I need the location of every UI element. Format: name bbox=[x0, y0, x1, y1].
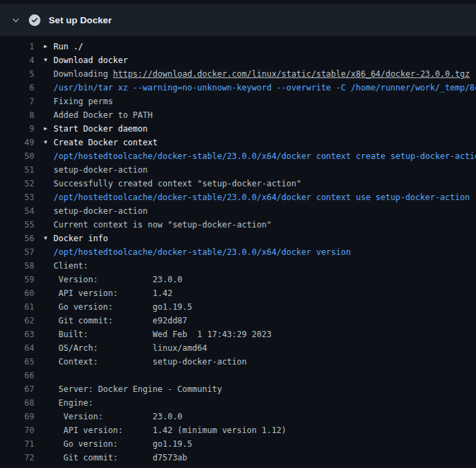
gutter bbox=[34, 341, 53, 355]
log-text: Git commit: e92dd87 bbox=[53, 314, 187, 328]
line-number[interactable]: 65 bbox=[0, 355, 34, 369]
gutter bbox=[34, 190, 53, 204]
check-circle-icon bbox=[29, 14, 40, 26]
log-line: 56▼Docker info bbox=[0, 232, 476, 245]
gutter bbox=[34, 95, 53, 108]
log-line: 6/usr/bin/tar xz --warning=no-unknown-ke… bbox=[0, 81, 476, 95]
gutter bbox=[34, 355, 53, 369]
line-number[interactable]: 63 bbox=[0, 328, 34, 341]
log-line: 65 Context: setup-docker-action bbox=[0, 355, 476, 369]
log-line: 62 Git commit: e92dd87 bbox=[0, 314, 476, 328]
log-line: 9▶Start Docker daemon bbox=[0, 122, 476, 136]
log-line: 49▼Create Docker context bbox=[0, 136, 476, 149]
line-number[interactable]: 66 bbox=[0, 369, 34, 382]
command-text: /usr/bin/tar xz --warning=no-unknown-key… bbox=[53, 81, 476, 95]
log-line: 71 Go version: go1.19.5 bbox=[0, 437, 476, 451]
line-number[interactable]: 64 bbox=[0, 341, 34, 355]
chevron-collapsed-icon[interactable]: ▶ bbox=[34, 40, 53, 53]
log-text: API version: 1.42 (minimum version 1.12) bbox=[53, 423, 287, 437]
log-line: 59 Version: 23.0.0 bbox=[0, 273, 476, 286]
log-text: Version: 23.0.0 bbox=[53, 410, 182, 423]
line-number[interactable]: 59 bbox=[0, 273, 34, 286]
log-text: OS/Arch: linux/amd64 bbox=[53, 341, 207, 355]
line-number[interactable]: 62 bbox=[0, 314, 34, 328]
log-text: Context: setup-docker-action bbox=[53, 355, 247, 369]
log-line: 69 Version: 23.0.0 bbox=[0, 410, 476, 423]
log-line: 67 Server: Docker Engine - Community bbox=[0, 382, 476, 396]
line-number[interactable]: 5 bbox=[0, 67, 34, 81]
line-number[interactable]: 57 bbox=[0, 245, 34, 259]
log-text: Built: Wed Feb 1 17:43:29 2023 bbox=[53, 328, 272, 341]
line-number[interactable]: 1 bbox=[0, 40, 34, 53]
line-number[interactable]: 9 bbox=[0, 122, 34, 136]
group-title[interactable]: Download docker bbox=[53, 53, 128, 67]
log-text: Fixing perms bbox=[53, 95, 113, 108]
line-number[interactable]: 61 bbox=[0, 300, 34, 314]
log-text: Downloading bbox=[53, 69, 113, 79]
line-number[interactable]: 54 bbox=[0, 204, 34, 218]
log-line: 66 bbox=[0, 369, 476, 382]
gutter bbox=[34, 437, 53, 451]
line-number[interactable]: 55 bbox=[0, 218, 34, 232]
line-number[interactable]: 4 bbox=[0, 53, 34, 67]
gutter bbox=[34, 410, 53, 423]
log-line: 64 OS/Arch: linux/amd64 bbox=[0, 341, 476, 355]
log-line: 7Fixing perms bbox=[0, 95, 476, 108]
line-number[interactable]: 8 bbox=[0, 108, 34, 122]
group-title[interactable]: Docker info bbox=[53, 232, 108, 245]
log-link[interactable]: https://download.docker.com/linux/static… bbox=[113, 69, 470, 79]
line-number[interactable]: 53 bbox=[0, 190, 34, 204]
line-number[interactable]: 49 bbox=[0, 136, 34, 149]
log-text: Go version: go1.19.5 bbox=[53, 437, 192, 451]
line-number[interactable]: 68 bbox=[0, 396, 34, 410]
gutter bbox=[34, 273, 53, 286]
command-text: /opt/hostedtoolcache/docker-stable/23.0.… bbox=[53, 190, 470, 204]
group-title[interactable]: Run ./ bbox=[53, 40, 83, 53]
step-header[interactable]: Set up Docker bbox=[0, 4, 476, 36]
line-number[interactable]: 71 bbox=[0, 437, 34, 451]
line-number[interactable]: 56 bbox=[0, 232, 34, 245]
gutter bbox=[34, 396, 53, 410]
line-number[interactable]: 70 bbox=[0, 423, 34, 437]
log-line: 53/opt/hostedtoolcache/docker-stable/23.… bbox=[0, 190, 476, 204]
log-line: 4▼Download docker bbox=[0, 53, 476, 67]
gutter bbox=[34, 245, 53, 259]
line-number[interactable]: 67 bbox=[0, 382, 34, 396]
line-number[interactable]: 72 bbox=[0, 451, 34, 465]
line-number[interactable]: 58 bbox=[0, 259, 34, 273]
log-text: Engine: bbox=[53, 396, 93, 410]
group-title[interactable]: Create Docker context bbox=[53, 136, 158, 149]
line-number[interactable]: 69 bbox=[0, 410, 34, 423]
gutter bbox=[34, 451, 53, 465]
line-number[interactable]: 7 bbox=[0, 95, 34, 108]
line-number[interactable]: 51 bbox=[0, 163, 34, 177]
chevron-expanded-icon[interactable]: ▼ bbox=[34, 136, 53, 149]
log-line: 8Added Docker to PATH bbox=[0, 108, 476, 122]
gutter bbox=[34, 382, 53, 396]
log-line: 51setup-docker-action bbox=[0, 163, 476, 177]
gutter bbox=[34, 259, 53, 273]
log-text: setup-docker-action bbox=[53, 163, 147, 177]
line-number[interactable]: 52 bbox=[0, 177, 34, 190]
group-title[interactable]: Start Docker daemon bbox=[53, 122, 147, 136]
line-number[interactable]: 60 bbox=[0, 286, 34, 300]
log-line: 5Downloading https://download.docker.com… bbox=[0, 67, 476, 81]
log-line: 70 API version: 1.42 (minimum version 1.… bbox=[0, 423, 476, 437]
gutter bbox=[34, 204, 53, 218]
log-text: Server: Docker Engine - Community bbox=[53, 382, 222, 396]
log-text: Current context is now "setup-docker-act… bbox=[53, 218, 272, 232]
chevron-collapsed-icon[interactable]: ▶ bbox=[34, 122, 53, 136]
log-text: API version: 1.42 bbox=[53, 286, 172, 300]
line-number[interactable]: 6 bbox=[0, 81, 34, 95]
log-line: 68 Engine: bbox=[0, 396, 476, 410]
log-text: setup-docker-action bbox=[53, 204, 147, 218]
line-number[interactable]: 50 bbox=[0, 149, 34, 163]
chevron-expanded-icon[interactable]: ▼ bbox=[34, 53, 53, 67]
gutter bbox=[34, 163, 53, 177]
log-text: Git commit: d7573ab bbox=[53, 451, 187, 465]
chevron-expanded-icon[interactable]: ▼ bbox=[34, 232, 53, 245]
log-line: 61 Go version: go1.19.5 bbox=[0, 300, 476, 314]
step-title: Set up Docker bbox=[49, 15, 112, 25]
log-text: Go version: go1.19.5 bbox=[53, 300, 192, 314]
chevron-down-icon[interactable] bbox=[11, 15, 21, 25]
